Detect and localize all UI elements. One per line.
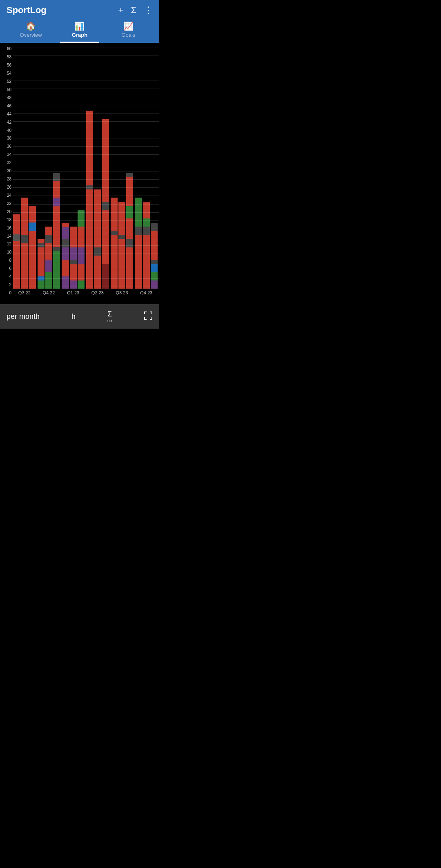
- y-label: 46: [2, 104, 11, 108]
- y-label: 60: [2, 47, 11, 51]
- chart-container: 0246810121416182022242628303234363840424…: [0, 47, 159, 304]
- bar-column[interactable]: [29, 206, 36, 289]
- y-label: 30: [2, 169, 11, 173]
- bar-segment: [38, 280, 45, 289]
- bar-segment: [135, 227, 142, 235]
- bar-segment: [118, 202, 125, 235]
- bar-column[interactable]: [151, 223, 158, 289]
- y-label: 20: [2, 210, 11, 214]
- bar-segment: [21, 235, 28, 243]
- bar-segment: [86, 189, 93, 289]
- bar-segment: [38, 276, 45, 280]
- bar-segment: [21, 218, 28, 235]
- add-icon[interactable]: +: [118, 5, 124, 16]
- y-label: 16: [2, 226, 11, 230]
- y-label: 4: [2, 275, 11, 279]
- bar-segment: [135, 198, 142, 227]
- bar-segment: [53, 206, 60, 247]
- y-label: 40: [2, 129, 11, 133]
- bar-segment: [94, 247, 101, 256]
- tab-goals[interactable]: 📈 Goals: [104, 19, 153, 43]
- sigma-symbol: Σ: [107, 310, 112, 318]
- bar-segment: [78, 247, 85, 264]
- bar-column[interactable]: [70, 227, 77, 289]
- bar-segment: [126, 173, 133, 177]
- bar-segment: [53, 173, 60, 181]
- y-label: 36: [2, 145, 11, 149]
- title-row: SportLog + Σ ⋮: [7, 5, 153, 19]
- y-label: 22: [2, 202, 11, 206]
- bar-segment: [151, 272, 158, 280]
- bar-column[interactable]: [62, 223, 69, 289]
- bar-segment: [62, 227, 69, 239]
- quarter-label: Q1 23: [67, 290, 79, 295]
- bar-segment: [70, 280, 77, 289]
- bar-column[interactable]: [86, 111, 93, 289]
- bar-segment: [53, 247, 60, 251]
- bar-segment: [143, 227, 150, 235]
- bar-column[interactable]: [53, 173, 60, 289]
- y-label: 54: [2, 71, 11, 76]
- y-label: 0: [2, 291, 11, 295]
- y-label: 32: [2, 161, 11, 165]
- bar-segment: [53, 198, 60, 206]
- bar-segment: [102, 202, 109, 210]
- bar-column[interactable]: [111, 198, 118, 289]
- quarter-label: Q4 23: [140, 290, 152, 295]
- bar-segment: [78, 210, 85, 227]
- bar-column[interactable]: [45, 223, 52, 289]
- bar-segment: [13, 225, 20, 235]
- header-icons: + Σ ⋮: [118, 5, 153, 16]
- bar-segment: [126, 247, 133, 289]
- bar-column[interactable]: [102, 119, 109, 289]
- unit-label[interactable]: h: [71, 312, 76, 321]
- home-icon: 🏠: [26, 21, 36, 31]
- app-header: SportLog + Σ ⋮ 🏠 Overview 📊 Graph 📈 Goal…: [0, 0, 159, 43]
- bar-segment: [29, 223, 36, 231]
- bar-segment: [126, 239, 133, 247]
- bar-column[interactable]: [21, 198, 28, 289]
- bar-column[interactable]: [118, 202, 125, 289]
- bar-segment: [38, 243, 45, 247]
- bar-segment: [38, 247, 45, 276]
- more-icon[interactable]: ⋮: [144, 5, 153, 16]
- bar-column[interactable]: [94, 189, 101, 289]
- bar-segment: [151, 231, 158, 243]
- bar-segment: [126, 218, 133, 239]
- quarter-group: Q4 23: [135, 40, 158, 295]
- y-label: 6: [2, 267, 11, 271]
- quarter-bars: [13, 40, 36, 289]
- bar-column[interactable]: [143, 202, 150, 289]
- bar-segment: [151, 264, 158, 272]
- bar-segment: [151, 260, 158, 264]
- quarter-bars: [86, 40, 109, 289]
- bar-segment: [102, 119, 109, 202]
- bar-segment: [118, 235, 125, 239]
- y-label: 28: [2, 177, 11, 181]
- chart-inner: Q3 22Q4 22Q1 23Q2 23Q3 23Q4 23: [13, 47, 159, 304]
- bar-column[interactable]: [126, 169, 133, 289]
- bar-segment: [143, 235, 150, 289]
- bar-segment: [111, 198, 118, 231]
- tab-graph-label: Graph: [72, 32, 87, 40]
- y-label: 12: [2, 242, 11, 246]
- period-label: per month: [7, 312, 40, 321]
- sigma-icon[interactable]: Σ: [131, 5, 136, 16]
- tab-graph[interactable]: 📊 Graph: [55, 19, 104, 43]
- fullscreen-button[interactable]: [144, 311, 153, 322]
- bar-column[interactable]: [38, 239, 45, 289]
- y-label: 26: [2, 185, 11, 189]
- bar-segment: [111, 235, 118, 289]
- bar-column[interactable]: [13, 214, 20, 289]
- bar-column[interactable]: [78, 210, 85, 289]
- sigma-on-button[interactable]: Σ on: [107, 310, 112, 323]
- tab-overview[interactable]: 🏠 Overview: [7, 19, 55, 43]
- quarter-bars: [135, 40, 158, 289]
- bar-column[interactable]: [135, 198, 142, 289]
- bar-segment: [111, 231, 118, 235]
- y-label: 8: [2, 258, 11, 263]
- nav-tabs: 🏠 Overview 📊 Graph 📈 Goals: [7, 19, 153, 43]
- tab-goals-label: Goals: [121, 32, 135, 40]
- chart-area: 0246810121416182022242628303234363840424…: [0, 43, 159, 304]
- bar-segment: [78, 227, 85, 247]
